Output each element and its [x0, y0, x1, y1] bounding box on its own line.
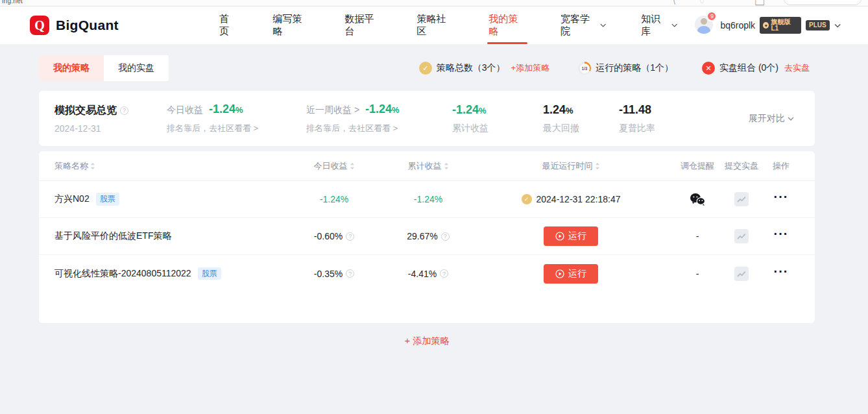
- sort-icon[interactable]: [350, 162, 355, 170]
- more-actions-button[interactable]: ···: [774, 234, 789, 239]
- table-row: 基于风险平价的低波ETF策略 -0.60% ? 29.67% ? 运行 -: [39, 218, 815, 255]
- submit-live-icon[interactable]: [734, 267, 749, 281]
- chevron-down-icon: [671, 23, 677, 27]
- vip-badge: ♥ 旗舰版 L1: [760, 17, 801, 34]
- overview-date: 2024-12-31: [54, 123, 167, 134]
- run-cell: 运行: [467, 264, 675, 284]
- plus-badge: PLUS: [806, 20, 830, 30]
- today-return-value: -1.24%: [209, 103, 243, 116]
- nav-item-community[interactable]: 策略社区: [399, 6, 471, 44]
- header-last-run-time[interactable]: 最近运行时间: [467, 160, 675, 172]
- status-running-strategies: 1/3 运行的策略（1个）: [578, 62, 673, 75]
- sort-icon[interactable]: [595, 162, 600, 170]
- today-return-cell: -0.60% ?: [279, 231, 389, 241]
- check-circle-icon: ✓: [522, 194, 532, 204]
- avatar[interactable]: 9: [695, 16, 713, 35]
- brand-name: BigQuant: [56, 18, 119, 33]
- line-chart-icon: [737, 270, 746, 278]
- help-icon[interactable]: ?: [440, 269, 448, 278]
- help-icon[interactable]: ?: [120, 106, 128, 115]
- notification-badge: 9: [706, 11, 717, 21]
- chevron-down-icon: [788, 117, 794, 121]
- max-drawdown-block: 1.24% 最大回撤: [543, 103, 619, 134]
- tab-my-live[interactable]: 我的实盘: [104, 55, 169, 81]
- sharpe-ratio-value: -11.48: [619, 103, 742, 117]
- browser-icon-fragment: ◌: [700, 0, 705, 5]
- strategy-name[interactable]: 可视化线性策略-20240805112022: [54, 268, 191, 280]
- header-today-return[interactable]: 今日收益: [279, 160, 389, 172]
- simulation-overview-card: 模拟交易总览 ? 2024-12-31 今日收益 -1.24% 排名靠后，去社区…: [39, 91, 815, 146]
- nav-item-data-platform[interactable]: 数据平台: [327, 6, 399, 44]
- wechat-icon[interactable]: [690, 193, 705, 206]
- rebalance-reminder-cell: -: [696, 269, 699, 279]
- cumulative-return-value: -1.24%: [452, 103, 543, 117]
- submit-live-icon[interactable]: [734, 229, 749, 243]
- today-return-cell: -0.35% ?: [279, 269, 389, 279]
- play-icon: [555, 269, 564, 278]
- cumulative-return-cell: -4.41% ?: [389, 269, 467, 279]
- sort-icon[interactable]: [444, 162, 449, 170]
- overview-title-block: 模拟交易总览 ? 2024-12-31: [45, 104, 167, 134]
- run-cell: 运行: [467, 226, 675, 246]
- view-tabs: 我的策略 我的实盘: [39, 55, 169, 81]
- strategy-name[interactable]: 方兴N02: [54, 193, 90, 205]
- community-link[interactable]: 排名靠后，去社区看看 >: [306, 123, 452, 134]
- top-navbar: Q BigQuant 首页 编写策略 数据平台 策略社区 我的策略 宽客学院 知…: [0, 6, 868, 44]
- week-return-value: -1.24%: [365, 103, 400, 116]
- status-live-portfolio: ✕ 实盘组合 (0个) 去实盘: [702, 62, 810, 75]
- browser-tab-fragment: [784, 0, 862, 5]
- submit-live-icon[interactable]: [734, 192, 749, 206]
- status-total-strategies: ✓ 策略总数（3个） +添加策略: [419, 62, 549, 75]
- line-chart-icon: [737, 195, 746, 203]
- nav-item-write-strategy[interactable]: 编写策略: [255, 6, 327, 44]
- overview-title: 模拟交易总览: [54, 104, 117, 117]
- nav-item-my-strategies[interactable]: 我的策略: [471, 6, 543, 44]
- vip-shield-icon: ♥: [763, 22, 769, 29]
- header-cumulative-return[interactable]: 累计收益: [389, 160, 467, 172]
- user-area[interactable]: 9 bq6roplk ♥ 旗舰版 L1 PLUS: [695, 16, 841, 35]
- browser-icon-fragment: ⌃: [727, 0, 733, 5]
- x-circle-icon: ✕: [702, 62, 715, 75]
- add-strategy-button[interactable]: +添加策略: [39, 335, 815, 347]
- check-circle-icon: ✓: [419, 62, 432, 75]
- today-return-block: 今日收益 -1.24% 排名靠后，去社区看看 >: [167, 103, 306, 134]
- brand[interactable]: Q BigQuant: [30, 16, 119, 35]
- last-run-time-cell: ✓ 2024-12-31 22:18:47: [467, 194, 675, 204]
- community-link[interactable]: 排名靠后，去社区看看 >: [167, 123, 306, 134]
- max-drawdown-value: 1.24%: [543, 103, 619, 117]
- run-button[interactable]: 运行: [544, 226, 598, 246]
- header-strategy-name[interactable]: 策略名称: [54, 160, 279, 172]
- bigquant-logo-icon: Q: [30, 16, 49, 35]
- rebalance-reminder-cell[interactable]: [675, 193, 720, 206]
- nav-item-academy[interactable]: 宽客学院: [543, 6, 623, 44]
- go-live-link[interactable]: 去实盘: [784, 62, 810, 74]
- sort-icon[interactable]: [90, 162, 95, 170]
- strategy-name[interactable]: 基于风险平价的低波ETF策略: [54, 230, 171, 242]
- help-icon[interactable]: ?: [346, 269, 354, 278]
- header-operations: 操作: [763, 160, 799, 172]
- run-button[interactable]: 运行: [544, 264, 598, 284]
- expand-compare-link[interactable]: 展开对比: [749, 113, 808, 125]
- browser-icon-fragment: ⟨: [673, 0, 676, 5]
- chevron-down-icon: [600, 23, 606, 27]
- header-rebalance-reminder: 调仓提醒: [675, 160, 720, 172]
- nav-item-home[interactable]: 首页: [202, 6, 255, 44]
- add-strategy-link[interactable]: +添加策略: [511, 62, 550, 74]
- strategy-table: 策略名称 今日收益 累计收益 最近运行时间 调仓提醒 提交实盘 操作 方兴N02: [39, 151, 815, 323]
- more-actions-button[interactable]: ···: [774, 197, 789, 202]
- chevron-down-icon[interactable]: [834, 23, 841, 28]
- more-actions-button[interactable]: ···: [774, 271, 789, 276]
- table-row: 可视化线性策略-20240805112022 股票 -0.35% ? -4.41…: [39, 255, 815, 292]
- page-content: 我的策略 我的实盘 ✓ 策略总数（3个） +添加策略 1/3 运行的策略（1个）…: [0, 44, 868, 347]
- play-icon: [555, 232, 564, 241]
- line-chart-icon: [737, 232, 746, 240]
- help-icon[interactable]: ?: [346, 232, 354, 241]
- help-icon[interactable]: ?: [441, 232, 450, 241]
- url-fragment: ing.net: [2, 0, 23, 5]
- nav-item-knowledge[interactable]: 知识库: [623, 6, 695, 44]
- username: bq6roplk: [720, 20, 755, 30]
- progress-ring-icon: 1/3: [578, 62, 591, 75]
- topbar: 我的策略 我的实盘 ✓ 策略总数（3个） +添加策略 1/3 运行的策略（1个）…: [39, 55, 815, 81]
- tab-my-strategies[interactable]: 我的策略: [39, 55, 104, 81]
- status-bar: ✓ 策略总数（3个） +添加策略 1/3 运行的策略（1个） ✕ 实盘组合 (0…: [419, 62, 815, 75]
